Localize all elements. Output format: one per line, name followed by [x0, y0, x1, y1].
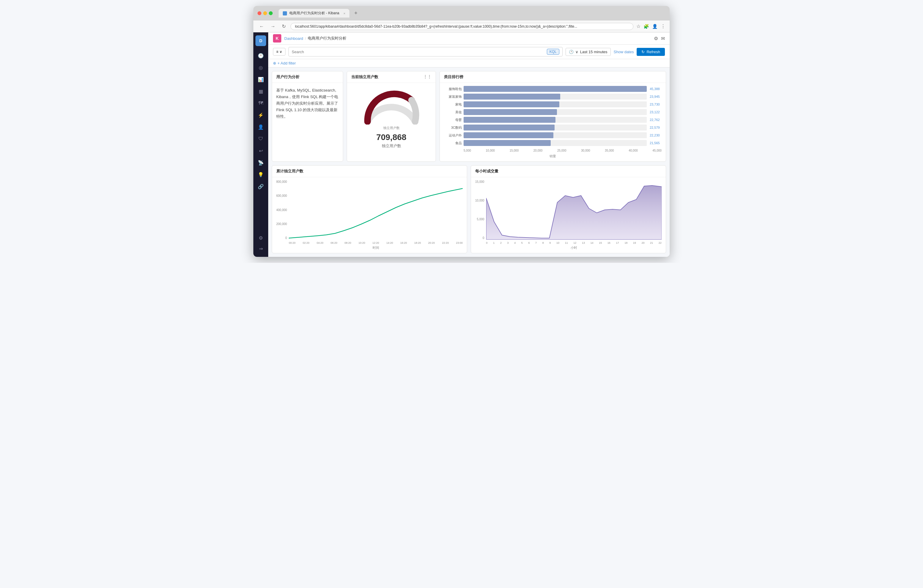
bar-label: 服饰鞋包: [444, 87, 462, 91]
dashboard-row-1: 用户行为分析 基于 Kafka, MySQL, Elasticsearch, K…: [272, 71, 666, 162]
forward-button[interactable]: →: [269, 23, 277, 30]
bar-row: 食品 21,565: [444, 140, 662, 146]
extension-icon[interactable]: 🧩: [644, 24, 649, 29]
area-x-axis-ticks: 0 1 2 3 4 5 6 7 8 9: [486, 241, 662, 244]
panel-user-analysis-title: 用户行为分析: [276, 75, 299, 79]
dashboard: 用户行为分析 基于 Kafka, MySQL, Elasticsearch, K…: [268, 67, 670, 257]
area-x-axis-label: 小时: [486, 246, 662, 250]
bar-fill: [463, 86, 647, 92]
line-chart-area: 00:20 02:20 04:20 06:20 08:20 10:20 12:2…: [289, 180, 463, 250]
bar-fill: [463, 117, 555, 123]
bar-value: 23,945: [650, 95, 662, 99]
time-icon: 🕐: [569, 50, 573, 54]
refresh-icon: ↻: [641, 50, 645, 54]
search-type-button[interactable]: ≡ ∨: [273, 48, 286, 56]
sidebar-item-devtools[interactable]: 💡: [255, 169, 266, 180]
bar-chart-container: 服饰鞋包 45,388 家装家饰 23,945 家电 23,730 美妆 23,…: [440, 83, 666, 161]
kibana-logo: K: [273, 34, 281, 43]
sidebar-item-settings[interactable]: ⚙: [255, 232, 266, 243]
bar-row: 家装家饰 23,945: [444, 94, 662, 100]
y-tick-0: 0: [286, 237, 287, 240]
breadcrumb-root[interactable]: Dashboard: [284, 36, 303, 41]
bar-label: 食品: [444, 141, 462, 145]
sidebar-item-apm[interactable]: ⚡: [255, 110, 266, 120]
bar-track: [463, 125, 647, 130]
bar-fill: [463, 125, 555, 130]
bar-value: 23,122: [650, 110, 662, 114]
bar-track: [463, 94, 647, 100]
bar-row: 美妆 23,122: [444, 109, 662, 115]
sidebar-item-collapse[interactable]: ⇒: [255, 243, 266, 254]
sidebar-item-infrastructure[interactable]: 📡: [255, 157, 266, 168]
time-filter[interactable]: 🕐 ∨ Last 15 minutes: [566, 48, 611, 56]
time-dropdown-icon: ∨: [575, 50, 578, 54]
sidebar-item-recent[interactable]: 🕐: [255, 50, 266, 61]
address-bar: ← → ↻ localhost:5601/app/kibana#/dashboa…: [253, 21, 670, 33]
x-tick: 25,000: [557, 149, 567, 152]
gauge-sublabel: 独立用户数: [383, 126, 400, 130]
refresh-button[interactable]: ↻ Refresh: [637, 48, 665, 56]
y-tick-10k: 10,000: [475, 199, 484, 202]
bar-label: 家电: [444, 102, 462, 107]
bookmark-icon[interactable]: ☆: [636, 23, 641, 29]
sidebar-logo-letter: D: [259, 38, 262, 43]
maximize-dot[interactable]: [269, 11, 273, 15]
bar-value: 45,388: [650, 87, 662, 91]
sidebar-item-siem[interactable]: 🛡: [255, 133, 266, 144]
back-button[interactable]: ←: [258, 23, 266, 30]
add-filter-button[interactable]: ⊕ + Add filter: [273, 61, 296, 66]
bar-fill: [463, 132, 553, 138]
search-input[interactable]: [292, 50, 547, 54]
x-tick: 30,000: [581, 149, 590, 152]
search-type-chevron: ∨: [279, 50, 282, 54]
reload-button[interactable]: ↻: [280, 23, 287, 30]
y-tick-200k: 200,000: [276, 222, 287, 226]
sidebar-item-visualize[interactable]: 📊: [255, 74, 266, 85]
kql-badge[interactable]: KQL: [547, 49, 559, 55]
bar-row: 运动户外 22,230: [444, 132, 662, 138]
sidebar-item-logs[interactable]: ↩: [255, 145, 266, 156]
bar-value: 21,565: [650, 141, 662, 145]
panel-hourly-transactions-header: 每小时成交量: [471, 166, 666, 177]
panel-hourly-transactions-body: 15,000 10,000 5,000 0: [471, 177, 666, 253]
show-dates-button[interactable]: Show dates: [614, 50, 634, 54]
panel-unique-users-header: 当前独立用户数 ⋮⋮: [347, 71, 436, 83]
mail-icon[interactable]: ✉: [661, 36, 665, 41]
sidebar-item-user[interactable]: 👤: [255, 122, 266, 132]
tab-close-btn[interactable]: ×: [343, 11, 345, 15]
browser-menu-icon[interactable]: ⋮: [661, 23, 665, 29]
time-range-label: Last 15 minutes: [580, 50, 608, 54]
y-tick-600k: 600,000: [276, 194, 287, 197]
breadcrumb-separator: /: [305, 36, 306, 41]
bar-row: 家电 23,730: [444, 101, 662, 107]
bar-track: [463, 117, 647, 123]
bar-track: [463, 140, 647, 146]
settings-icon[interactable]: ⚙: [654, 36, 658, 41]
panel-options-icon[interactable]: ⋮⋮: [423, 74, 432, 79]
topbar-right: ⚙ ✉: [654, 36, 665, 41]
bar-track: [463, 109, 647, 115]
bar-track: [463, 86, 647, 92]
bar-label: 母婴: [444, 118, 462, 122]
url-bar[interactable]: localhost:5601/app/kibana#/dashboard/d5d…: [291, 23, 633, 30]
browser-tab[interactable]: 电商用户行为实时分析 - Kibana ×: [279, 9, 350, 18]
browser-window: 电商用户行为实时分析 - Kibana × + ← → ↻ localhost:…: [253, 6, 670, 257]
gauge-container: 独立用户数 709,868 独立用户数: [347, 83, 436, 152]
tab-title: 电商用户行为实时分析 - Kibana: [289, 11, 339, 16]
y-tick-0: 0: [483, 237, 484, 240]
sidebar-item-dashboard[interactable]: ▦: [255, 86, 266, 97]
minimize-dot[interactable]: [263, 11, 267, 15]
x-axis: 5,00010,00015,00020,00025,00030,00035,00…: [444, 148, 662, 152]
sidebar: D 🕐 ◎ 📊 ▦ 🗺 ⚡ 👤 🛡 ↩ 📡 💡 🔗 ⚙ ⇒: [253, 33, 268, 257]
x-tick: 15,000: [510, 149, 519, 152]
bar-track: [463, 132, 647, 138]
profile-icon[interactable]: 👤: [652, 24, 658, 29]
close-dot[interactable]: [258, 11, 261, 15]
bar-value: 22,579: [650, 126, 662, 129]
search-input-wrapper[interactable]: KQL: [288, 47, 563, 56]
sidebar-item-maps[interactable]: 🗺: [255, 98, 266, 108]
kibana-logo-letter: K: [276, 36, 279, 41]
sidebar-item-management[interactable]: 🔗: [255, 181, 266, 192]
new-tab-button[interactable]: +: [352, 10, 359, 16]
sidebar-item-discover[interactable]: ◎: [255, 62, 266, 73]
